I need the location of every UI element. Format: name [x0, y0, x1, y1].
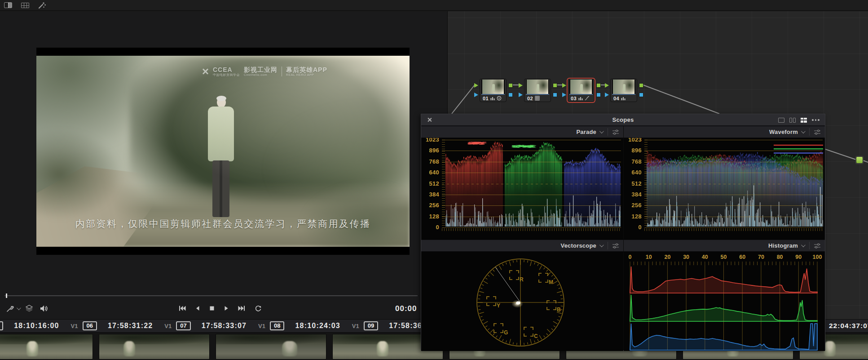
vectorscope-tick	[506, 341, 507, 343]
corrector-node-04[interactable]: 04	[610, 79, 637, 102]
vectorscope-tick	[485, 278, 487, 280]
chevron-down-icon[interactable]	[599, 129, 604, 133]
rgb-output-connector[interactable]	[639, 83, 643, 88]
chevron-down-icon[interactable]	[801, 129, 806, 133]
split-screen-icon[interactable]	[4, 2, 12, 8]
clip-track-label: V1	[164, 323, 172, 329]
wipe-layers-icon[interactable]	[25, 305, 33, 312]
magic-wand-icon[interactable]	[38, 1, 46, 9]
vectorscope-tick	[484, 281, 488, 284]
jog-bar[interactable]	[4, 295, 418, 296]
rgb-output-connector[interactable]	[508, 83, 513, 88]
jog-playhead[interactable]	[6, 293, 7, 298]
scope-gridline	[644, 195, 823, 195]
scope-scale-label: 640	[422, 169, 439, 176]
vectorscope-tick	[496, 336, 498, 338]
key-input-connector[interactable]	[474, 93, 478, 97]
vectorscope-scope: RMBCGY	[421, 252, 623, 351]
chevron-down-icon[interactable]	[801, 243, 806, 247]
parade-settings-icon[interactable]	[612, 129, 619, 136]
filmstrip-thumbnail[interactable]	[99, 334, 210, 360]
more-options-icon[interactable]	[815, 119, 817, 121]
key-output-connector[interactable]	[596, 93, 601, 97]
vectorscope-tick	[513, 342, 514, 345]
vectorscope-header: Vectorscope	[421, 240, 623, 252]
vectorscope-tick	[551, 329, 553, 330]
vectorscope-tick	[530, 339, 532, 344]
single-view-icon[interactable]	[778, 118, 784, 123]
histogram-header: Histogram	[624, 240, 825, 252]
vectorscope-tick	[538, 264, 538, 266]
histogram-axis-label: 80	[777, 254, 783, 260]
stop-button[interactable]	[209, 305, 215, 311]
rgb-input-connector[interactable]	[562, 83, 566, 88]
vectorscope-tick	[479, 312, 484, 314]
key-output-connector[interactable]	[639, 93, 643, 97]
scope-scale-label: 1023	[625, 138, 642, 143]
circle-tool-icon	[497, 96, 502, 101]
scopes-layout-icons	[778, 114, 820, 126]
corrector-node-02[interactable]: 02	[524, 79, 551, 102]
viewer-tools	[6, 303, 48, 313]
node-thumbnail	[481, 80, 505, 94]
key-input-connector[interactable]	[562, 93, 566, 97]
vectorscope-tick	[557, 284, 560, 285]
rgb-output-connector[interactable]	[596, 83, 601, 88]
clip-track-label: V1	[71, 323, 78, 329]
step-back-button[interactable]	[195, 305, 200, 311]
key-output-connector[interactable]	[508, 93, 513, 97]
key-input-connector[interactable]	[519, 93, 523, 97]
rgb-input-connector[interactable]	[474, 83, 478, 88]
vectorscope-tick	[559, 288, 561, 289]
waveform-settings-icon[interactable]	[814, 129, 821, 136]
rgb-input-connector[interactable]	[519, 83, 523, 88]
histogram-scope: 0102030405060708090100	[624, 252, 825, 351]
loop-button[interactable]	[255, 305, 262, 312]
parade-dropdown[interactable]: Parade	[576, 129, 596, 135]
grid-view-icon[interactable]	[21, 3, 29, 8]
key-output-connector[interactable]	[553, 93, 557, 97]
dual-view-icon[interactable]	[789, 118, 796, 123]
quad-view-icon[interactable]	[801, 118, 807, 123]
next-clip-button[interactable]	[238, 305, 245, 311]
scope-gridline	[644, 205, 823, 206]
histogram-settings-icon[interactable]	[814, 242, 821, 249]
previous-clip-button[interactable]	[179, 305, 186, 311]
vectorscope-settings-icon[interactable]	[612, 242, 619, 249]
bars-icon	[621, 96, 626, 101]
corrector-node-03-selected[interactable]: 03	[568, 79, 595, 102]
clip-number-box[interactable]: 08	[270, 321, 284, 330]
vectorscope-target-label-B: B	[557, 307, 561, 313]
filmstrip-thumbnail[interactable]	[0, 334, 93, 360]
watermark-divider	[282, 67, 282, 76]
vectorscope-tick	[479, 291, 484, 293]
clip-number-box[interactable]: 06	[83, 321, 97, 330]
rgb-output-connector[interactable]	[553, 83, 557, 88]
vectorscope-tick	[490, 329, 494, 333]
rgb-input-connector[interactable]	[605, 83, 609, 88]
play-button[interactable]	[224, 305, 229, 311]
scope-scale-label: 384	[422, 191, 439, 198]
filmstrip-thumbnail[interactable]	[216, 334, 326, 360]
waveform-dropdown[interactable]: Waveform	[769, 129, 798, 135]
clip-number-box[interactable]: 09	[364, 321, 378, 330]
eyedropper-icon[interactable]	[6, 305, 14, 312]
burned-in-subtitle: 内部资料，仅限中国剪辑师社群会员交流学习，严禁商用及传播	[36, 218, 410, 230]
scope-scale-label: 640	[625, 169, 642, 176]
chevron-down-icon[interactable]	[599, 243, 604, 247]
clip-number-box[interactable]: 07	[176, 321, 190, 330]
histogram-axis-label: 90	[795, 254, 802, 260]
clip-timecode: 17:58:31:22	[108, 322, 153, 330]
node-number: 01	[483, 96, 489, 101]
corrector-node-01[interactable]: 01	[480, 79, 507, 102]
vectorscope-tick	[490, 272, 494, 276]
vectorscope-dropdown[interactable]: Vectorscope	[560, 242, 596, 249]
audio-speaker-icon[interactable]	[40, 305, 48, 312]
output-node[interactable]	[856, 156, 863, 164]
eyedropper-dropdown-chevron[interactable]	[17, 306, 21, 310]
clip-number-box[interactable]: 5	[0, 321, 3, 330]
histogram-dropdown[interactable]: Histogram	[768, 242, 798, 249]
vectorscope-tick	[493, 333, 494, 335]
key-input-connector[interactable]	[605, 93, 609, 97]
vectorscope-target-M	[539, 273, 548, 282]
